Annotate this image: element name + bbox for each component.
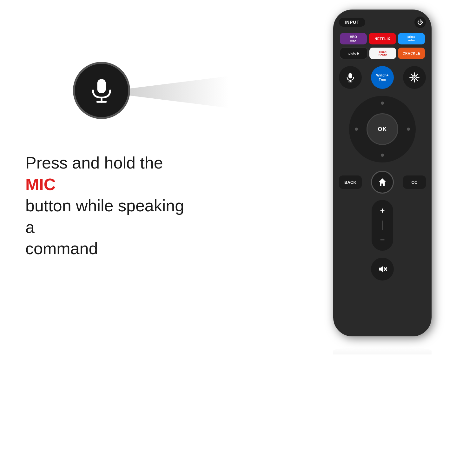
crackle-label: CRACKLE: [403, 52, 420, 55]
netflix-label: NETFLIX: [374, 37, 390, 41]
ok-button[interactable]: OK: [367, 113, 398, 145]
power-button[interactable]: ⏻: [414, 17, 426, 28]
ok-label: OK: [378, 126, 387, 133]
svg-line-12: [411, 74, 413, 76]
svg-line-14: [416, 74, 418, 76]
svg-marker-17: [379, 266, 384, 273]
hbomax-label: HBOmax: [350, 35, 357, 42]
power-icon: ⏻: [417, 19, 423, 26]
watchfree-label: Watch+Free: [376, 73, 388, 82]
func-row: Watch+Free: [339, 66, 426, 89]
svg-rect-0: [97, 79, 106, 93]
mic-button-zoomed: [73, 62, 130, 119]
input-button[interactable]: INPUT: [339, 18, 365, 27]
back-label: BACK: [344, 180, 356, 185]
dpad-up[interactable]: [381, 102, 384, 105]
svg-line-15: [411, 79, 413, 81]
instruction-text: Press and hold the MIC button while spea…: [25, 152, 197, 260]
settings-icon: [409, 72, 420, 83]
mic-button[interactable]: [339, 66, 362, 89]
light-beam: [127, 76, 228, 108]
top-row: INPUT ⏻: [339, 17, 426, 28]
volume-minus[interactable]: −: [380, 235, 385, 245]
cc-button[interactable]: CC: [403, 175, 426, 189]
pluto-label: pluto⊕: [348, 52, 359, 55]
svg-marker-16: [379, 178, 386, 186]
svg-point-7: [413, 76, 415, 78]
dpad-left[interactable]: [355, 128, 358, 131]
volume-plus[interactable]: +: [380, 206, 385, 215]
settings-button[interactable]: [403, 66, 426, 89]
back-button[interactable]: BACK: [339, 175, 362, 189]
hbomax-button[interactable]: HBOmax: [340, 33, 367, 44]
mic-icon: [87, 76, 116, 105]
volume-slider[interactable]: + −: [372, 200, 393, 251]
volume-divider: [382, 221, 383, 230]
instruction-line2: button while speaking a: [25, 196, 184, 236]
home-button[interactable]: [371, 171, 394, 194]
mic-highlight: MIC: [25, 175, 56, 194]
nav-row: BACK CC: [339, 171, 426, 194]
mic-btn-icon: [345, 72, 355, 83]
remote-reflection: [333, 347, 432, 354]
home-icon: [378, 177, 387, 187]
service-row-1: HBOmax NETFLIX primevideo: [339, 33, 426, 44]
dpad[interactable]: OK: [349, 96, 416, 162]
mute-button[interactable]: [371, 258, 394, 281]
dpad-down[interactable]: [381, 154, 384, 157]
pluto-button[interactable]: pluto⊕: [340, 48, 367, 59]
mute-icon: [378, 264, 387, 274]
service-row-2: pluto⊕ iHeartRADIO CRACKLE: [339, 48, 426, 59]
svg-line-13: [416, 79, 418, 81]
dpad-right[interactable]: [407, 128, 410, 131]
cc-label: CC: [412, 180, 418, 185]
crackle-button[interactable]: CRACKLE: [398, 48, 425, 59]
primevideo-button[interactable]: primevideo: [398, 33, 425, 44]
iheart-label: iHeartRADIO: [379, 50, 387, 56]
instruction-line3: command: [25, 239, 98, 258]
netflix-button[interactable]: NETFLIX: [369, 33, 396, 44]
svg-rect-3: [348, 73, 352, 79]
iheart-button[interactable]: iHeartRADIO: [369, 48, 396, 59]
dpad-outer[interactable]: OK: [349, 96, 416, 162]
remote-control: INPUT ⏻ HBOmax NETFLIX primevideo pluto⊕…: [333, 10, 432, 336]
instruction-area: Press and hold the MIC button while spea…: [25, 152, 197, 260]
primevideo-label: primevideo: [407, 35, 415, 42]
watchfree-button[interactable]: Watch+Free: [371, 66, 394, 89]
